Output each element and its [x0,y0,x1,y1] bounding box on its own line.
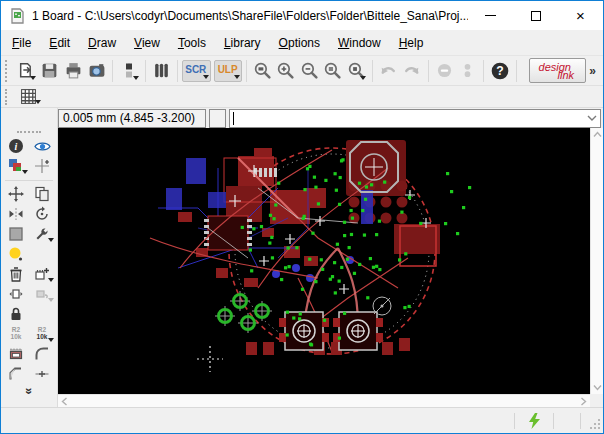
grid-settings-button[interactable] [15,87,42,106]
signal-status-button[interactable] [523,411,545,431]
lock-tool[interactable] [3,304,29,324]
window-title: 1 Board - C:\Users\codyr\Documents\Share… [32,9,468,23]
chevron-up-icon [593,131,602,138]
redo-button[interactable] [400,58,423,83]
smash-tool[interactable] [3,344,29,364]
zoom-redraw-button[interactable] [321,58,344,83]
command-row-spacer [1,108,58,128]
menu-draw[interactable]: Draw [79,32,125,54]
grid-coordinate-readout: 0.005 mm (4.845 -3.200) [58,109,206,128]
toolbar-separator [177,60,178,82]
show-tool[interactable] [29,136,55,156]
redo-icon [402,61,422,80]
paste-tool[interactable] [3,244,29,264]
menu-window[interactable]: Window [329,32,390,54]
minimize-button[interactable] [468,1,513,30]
value-tool[interactable]: R2 10k [29,324,55,344]
info-tool[interactable]: i [3,136,29,156]
status-separator [553,413,554,429]
palette-drag-handle[interactable] [17,131,41,135]
run-ulp-button[interactable]: ULP [214,60,242,82]
pcb-board-drawing [58,128,589,394]
scroll-left-button[interactable] [58,395,71,408]
undo-button[interactable] [377,58,400,83]
stop-button[interactable] [432,58,455,83]
add-tool[interactable] [29,264,55,284]
menu-view[interactable]: View [125,32,169,54]
menu-tools[interactable]: Tools [169,32,215,54]
command-input[interactable] [230,111,584,126]
go-button[interactable] [456,58,479,83]
rotate-tool[interactable] [29,204,55,224]
display-layers-tool[interactable] [3,156,29,176]
toolbar-drag-handle[interactable] [5,89,10,105]
switch-2 [333,312,383,350]
toolbar-separator [483,60,484,82]
replace-tool[interactable] [29,284,55,304]
board-canvas[interactable] [58,128,590,394]
change-tool[interactable] [29,224,55,244]
palette-separator [5,176,53,181]
mirror-tool[interactable] [3,204,29,224]
coordinate-mode-box[interactable] [209,109,226,128]
pinswap-tool[interactable] [3,284,29,304]
save-icon [40,61,59,80]
close-button[interactable]: × [558,1,603,30]
name-tool[interactable]: R2 10k [3,324,29,344]
print-icon [64,61,83,80]
zoom-select-button[interactable] [344,58,367,83]
grid-toolbar [1,85,603,107]
menu-options[interactable]: Options [270,32,329,54]
open-button[interactable] [15,58,38,83]
library-manager-button[interactable] [150,58,173,83]
miter-icon [34,346,50,362]
scr-label: SCR [185,64,206,75]
resize-grip[interactable] [589,418,601,430]
cam-processor-button[interactable] [85,58,108,83]
group-tool[interactable] [3,224,29,244]
switch-editor-button[interactable] [117,58,140,83]
run-script-button[interactable]: SCR [182,60,211,82]
menu-edit[interactable]: Edit [40,32,79,54]
scroll-down-button[interactable] [591,381,604,394]
miter-tool[interactable] [29,344,55,364]
menu-help[interactable]: Help [390,32,433,54]
maximize-button[interactable] [513,1,558,30]
hole-marker [373,297,391,315]
through-hole-pads [215,291,272,333]
scroll-up-button[interactable] [591,128,604,141]
delete-tool[interactable] [3,264,29,284]
value-tool-label: R2 10k [37,327,48,341]
scroll-right-button[interactable] [577,395,590,408]
pinswap-icon [8,286,24,302]
zoom-out-button[interactable] [298,58,321,83]
minimize-icon [485,15,496,16]
horizontal-scrollbar[interactable] [58,394,590,407]
zoom-fit-button[interactable] [251,58,274,83]
move-tool[interactable] [3,184,29,204]
copy-tool[interactable] [29,184,55,204]
chevron-down-icon [593,384,602,391]
vertical-scrollbar-column [590,128,603,407]
menu-library[interactable]: Library [215,32,270,54]
design-link-button[interactable]: design link [529,58,587,83]
vertical-scrollbar[interactable] [590,128,603,394]
toolbar-separator [246,60,247,82]
command-dropdown-button[interactable] [584,115,600,121]
dropdown-caret-icon [22,170,28,174]
toolbar-separator [145,60,146,82]
menu-file[interactable]: File [3,32,40,54]
toolbar-overflow-button[interactable]: » [586,64,599,78]
print-button[interactable] [62,58,85,83]
mark-crosshair-icon [34,158,50,174]
lock-icon [8,306,24,322]
toolbar-drag-handle[interactable] [5,60,10,82]
canvas-column [58,128,590,407]
help-button[interactable]: ? [488,58,511,83]
maximize-icon [531,11,541,21]
palette-expand-button[interactable]: » [22,365,36,417]
zoom-in-button[interactable] [274,58,297,83]
text-caret [233,112,234,125]
mark-tool[interactable] [29,156,55,176]
save-button[interactable] [38,58,61,83]
